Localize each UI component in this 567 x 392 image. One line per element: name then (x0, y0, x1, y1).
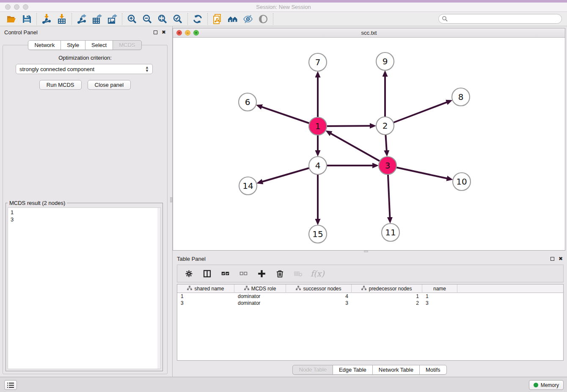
column-header-MCDS-role[interactable]: MCDS role (234, 284, 286, 293)
zoom-out-icon[interactable] (142, 14, 153, 25)
table-cell[interactable]: 1 (177, 293, 234, 300)
node-table[interactable]: shared nameMCDS rolesuccessor nodesprede… (177, 284, 564, 361)
node-label-2: 2 (383, 121, 388, 131)
toolbar-group (122, 13, 188, 25)
search-input[interactable] (438, 14, 562, 24)
run-mcds-button[interactable]: Run MCDS (39, 80, 82, 90)
table-cell[interactable]: dominator (234, 293, 286, 300)
node-6[interactable]: 6 (239, 93, 256, 111)
show-all-icon[interactable] (258, 14, 269, 25)
new-network-from-selection-icon[interactable] (212, 14, 223, 25)
node-9[interactable]: 9 (376, 52, 394, 70)
mcds-result-text: 1 3 (8, 208, 160, 224)
table-cell[interactable]: 4 (286, 293, 352, 300)
export-network-icon[interactable] (76, 14, 87, 25)
table-cell[interactable]: 1 (422, 293, 457, 300)
close-panel-button[interactable]: Close panel (88, 80, 131, 90)
toolbar-group (3, 13, 37, 25)
tab-motifs[interactable]: Motifs (419, 365, 447, 375)
node-label-15: 15 (312, 229, 323, 239)
close-table-panel-icon[interactable]: ✖ (559, 256, 563, 261)
node-10[interactable]: 10 (453, 173, 471, 190)
node-15[interactable]: 15 (309, 225, 327, 243)
first-neighbors-icon[interactable] (227, 14, 238, 25)
export-table-icon[interactable] (91, 14, 102, 25)
refresh-view-icon[interactable] (192, 14, 203, 25)
table-cell[interactable]: 1 (352, 293, 422, 300)
column-header-name[interactable]: name (422, 284, 457, 293)
tab-node-table[interactable]: Node Table (292, 365, 333, 375)
edge-2-8[interactable] (385, 102, 447, 126)
add-icon[interactable] (256, 268, 267, 279)
node-8[interactable]: 8 (452, 88, 470, 106)
column-header-predecessor-nodes[interactable]: predecessor nodes (352, 284, 422, 293)
column-sort-icon (296, 286, 301, 292)
optimization-criterion-label: Optimization criterion: (3, 55, 167, 61)
task-history-button[interactable] (4, 380, 17, 390)
memory-button[interactable]: Memory (529, 380, 564, 390)
vertical-splitter-handle[interactable] (170, 197, 172, 202)
node-14[interactable]: 14 (239, 177, 257, 195)
close-panel-icon[interactable]: ✖ (162, 30, 166, 35)
mcds-result-title: MCDS result (2 nodes) (8, 200, 67, 206)
table-cell[interactable]: 3 (422, 300, 457, 306)
search-wrap (438, 14, 562, 24)
deselect-all-icon[interactable] (238, 268, 249, 279)
table-panel-header: Table Panel ✖ (173, 253, 567, 265)
select-all-icon[interactable] (220, 268, 231, 279)
table-cell[interactable]: dominator (234, 300, 286, 306)
node-1[interactable]: 1 (309, 117, 327, 135)
network-graph[interactable]: 1234678910111415 (173, 38, 565, 250)
tab-network-table[interactable]: Network Table (372, 365, 420, 375)
table-cell[interactable]: 2 (352, 300, 422, 306)
node-7[interactable]: 7 (309, 53, 327, 71)
edge-3-1[interactable] (330, 133, 388, 166)
tab-network[interactable]: Network (28, 40, 61, 50)
column-header-shared-name[interactable]: shared name (177, 284, 234, 293)
export-image-icon[interactable] (107, 14, 118, 25)
network-window: ✕ − + scc.txt 1234678910111415 (173, 28, 565, 251)
zoom-fit-icon[interactable] (157, 14, 168, 25)
tab-mcds[interactable]: MCDS (113, 40, 141, 50)
toolbar-group (72, 13, 122, 25)
table-cell[interactable]: 3 (286, 300, 352, 306)
toolbar-group (208, 13, 273, 25)
node-11[interactable]: 11 (382, 224, 399, 241)
network-canvas[interactable]: 1234678910111415 (173, 38, 565, 250)
float-panel-icon[interactable] (154, 30, 157, 34)
tab-edge-table[interactable]: Edge Table (333, 365, 373, 375)
column-sort-icon (244, 286, 249, 292)
node-2[interactable]: 2 (376, 117, 394, 135)
zoom-in-icon[interactable] (127, 14, 138, 25)
open-session-icon[interactable] (6, 14, 17, 25)
criterion-dropdown[interactable]: strongly connected component ▲▼ (16, 64, 153, 74)
node-label-1: 1 (315, 121, 321, 131)
trash-icon[interactable] (274, 268, 285, 279)
hide-selected-icon[interactable] (242, 14, 253, 25)
tab-select[interactable]: Select (85, 40, 113, 50)
node-label-10: 10 (456, 177, 467, 187)
columns-icon[interactable] (201, 268, 212, 279)
import-table-icon[interactable] (56, 14, 67, 25)
table-cell[interactable]: 3 (177, 300, 234, 306)
node-label-7: 7 (315, 57, 321, 67)
column-header-successor-nodes[interactable]: successor nodes (286, 284, 352, 293)
result-scrollbar[interactable] (157, 208, 160, 369)
mcds-result-area[interactable]: 1 3 (8, 207, 161, 369)
horizontal-splitter-handle[interactable] (364, 251, 368, 252)
dropdown-stepper-icon: ▲▼ (145, 66, 149, 72)
zoom-selected-icon[interactable] (172, 14, 183, 25)
gear-icon[interactable] (183, 268, 194, 279)
table-row[interactable]: 3dominator323 (177, 300, 563, 306)
table-row[interactable]: 1dominator411 (177, 293, 563, 300)
table-panel: Table Panel ✖ f(x) shared nameMCDS roles… (173, 253, 567, 376)
tab-style[interactable]: Style (61, 40, 85, 50)
node-4[interactable]: 4 (309, 157, 327, 174)
node-3[interactable]: 3 (379, 157, 396, 174)
float-table-panel-icon[interactable] (550, 257, 554, 261)
import-network-icon[interactable] (41, 14, 52, 25)
control-panel-header: Control Panel ✖ (0, 26, 170, 38)
save-session-icon[interactable] (21, 14, 32, 25)
table-header-row: shared nameMCDS rolesuccessor nodesprede… (177, 284, 563, 293)
toolbar-group (37, 13, 72, 25)
